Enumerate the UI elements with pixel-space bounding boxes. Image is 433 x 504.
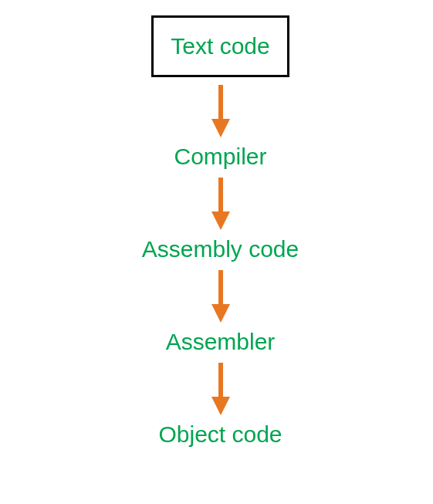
svg-marker-5	[211, 304, 230, 323]
arrow-down-icon	[209, 178, 232, 230]
arrow-down-icon	[209, 363, 232, 415]
node-text-code: Text code	[171, 33, 269, 59]
arrow-down-icon	[209, 270, 232, 323]
node-assembler: Assembler	[166, 329, 276, 355]
svg-marker-7	[211, 397, 230, 415]
svg-marker-3	[211, 211, 230, 230]
arrow-down-icon	[209, 85, 232, 137]
svg-marker-1	[211, 119, 230, 137]
node-assembly-code: Assembly code	[142, 236, 299, 262]
node-object-code: Object code	[158, 421, 282, 448]
node-text-code-box: Text code	[151, 15, 289, 77]
compilation-flow-diagram: Text code Compiler Assembly code Assembl…	[0, 0, 433, 448]
node-compiler: Compiler	[174, 144, 266, 170]
